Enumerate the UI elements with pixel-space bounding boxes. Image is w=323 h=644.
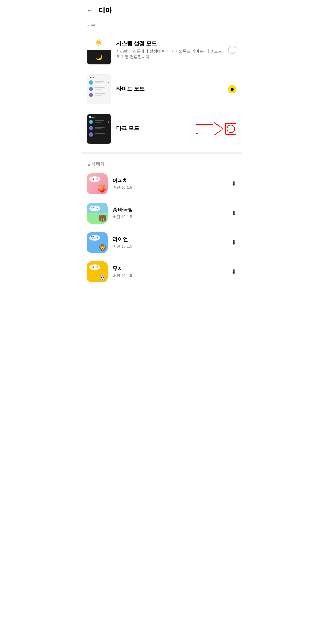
muji-emoji: 🐰 xyxy=(98,273,107,281)
dark-dot-1 xyxy=(108,121,109,123)
light-line-1b xyxy=(95,82,101,83)
hideseek-info: 숨바꼭질 버전 10.1.5 xyxy=(113,206,227,220)
light-row-3 xyxy=(89,93,109,97)
ryan-version: 버전 10.1.5 xyxy=(113,244,227,249)
page-title: 테마 xyxy=(99,6,112,15)
light-line-2a xyxy=(95,87,105,88)
light-avatar-1 xyxy=(89,80,93,85)
ryan-theme-item[interactable]: TALK 🦁 라이언 버전 10.1.5 ⬇ xyxy=(81,228,242,257)
dark-row-1 xyxy=(89,120,109,124)
dark-line-1b xyxy=(95,122,101,123)
moon-icon: 🌙 xyxy=(96,54,102,61)
system-mode-radio[interactable] xyxy=(228,46,236,54)
header: ← 테마 xyxy=(81,0,242,20)
light-line-3a xyxy=(95,93,106,94)
hideseek-emoji: 🐻 xyxy=(98,215,107,222)
hideseek-name: 숨바꼭질 xyxy=(113,206,227,213)
apeach-download-icon[interactable]: ⬇ xyxy=(231,180,236,187)
dark-radio-highlight-box xyxy=(225,123,236,135)
apeach-icon: TALK 🍑 xyxy=(87,173,108,194)
system-preview: ☀️ 🌙 xyxy=(87,35,111,65)
dark-mode-radio-area xyxy=(196,122,236,135)
apeach-version: 버전 10.1.5 xyxy=(113,185,227,190)
dark-mode-option[interactable]: Chats xyxy=(81,109,242,149)
light-lines-2 xyxy=(95,87,109,90)
light-avatar-2 xyxy=(89,87,93,91)
muji-icon: TALK 🐰 xyxy=(87,261,108,282)
dark-mode-name: 다크 모드 xyxy=(116,125,192,132)
ryan-name: 라이언 xyxy=(113,236,227,243)
light-lines-1 xyxy=(95,81,106,84)
muji-theme-item[interactable]: TALK 🐰 무지 버전 10.1.5 ⬇ xyxy=(81,257,242,286)
apeach-emoji: 🍑 xyxy=(98,185,107,193)
light-line-1a xyxy=(95,81,104,82)
ryan-talk-label: TALK xyxy=(89,235,101,241)
light-preview: Chats xyxy=(87,74,111,104)
system-mode-option[interactable]: ☀️ 🌙 시스템 설정 모드 시스템 디스플레이 설정에 따라 카카오톡도 라이… xyxy=(81,30,242,70)
light-chats-label: Chats xyxy=(89,76,109,79)
system-mode-name: 시스템 설정 모드 xyxy=(116,40,223,47)
ryan-info: 라이언 버전 10.1.5 xyxy=(113,236,227,249)
dark-preview-content: Chats xyxy=(87,114,111,144)
svg-marker-3 xyxy=(196,123,223,135)
light-lines-3 xyxy=(95,93,109,96)
light-row-2 xyxy=(89,87,109,91)
muji-info: 무지 버전 10.1.5 xyxy=(113,265,227,278)
light-mode-info: 라이트 모드 xyxy=(116,85,223,93)
official-section-label: 공식 테마 xyxy=(81,157,242,169)
hideseek-icon: TALK 🐻 xyxy=(87,203,108,224)
hideseek-version: 버전 10.1.5 xyxy=(113,214,227,220)
light-line-2b xyxy=(95,89,102,90)
hideseek-talk-label: TALK xyxy=(89,206,101,211)
ryan-emoji: 🦁 xyxy=(98,244,107,252)
light-dot-1 xyxy=(108,82,109,83)
ryan-icon: TALK 🦁 xyxy=(87,232,108,253)
dark-lines-3 xyxy=(95,133,109,136)
dark-avatar-1 xyxy=(89,120,93,124)
back-button[interactable]: ← xyxy=(87,6,94,15)
dark-lines-2 xyxy=(95,127,109,130)
section-divider xyxy=(81,152,242,154)
dark-lines-1 xyxy=(95,120,106,123)
light-mode-name: 라이트 모드 xyxy=(116,85,223,92)
muji-name: 무지 xyxy=(113,265,227,272)
muji-version: 버전 10.1.5 xyxy=(113,273,227,278)
dark-mode-radio[interactable] xyxy=(227,125,235,133)
light-preview-content: Chats xyxy=(87,75,111,104)
system-mode-desc: 시스템 디스플레이 설정에 따라 카카오톡도 라이트/ 다크 모드로 자동 전환… xyxy=(116,48,223,60)
light-avatar-3 xyxy=(89,93,93,97)
dark-avatar-3 xyxy=(89,132,93,137)
system-preview-light: ☀️ xyxy=(87,35,111,50)
apeach-talk-label: TALK xyxy=(89,176,101,182)
muji-talk-label: TALK xyxy=(89,264,101,270)
apeach-info: 어피치 버전 10.1.5 xyxy=(113,177,227,190)
hideseek-theme-item[interactable]: TALK 🐻 숨바꼭질 버전 10.1.5 ⬇ xyxy=(81,198,242,228)
dark-mode-info: 다크 모드 xyxy=(116,125,192,133)
system-preview-dark: 🌙 xyxy=(87,50,111,64)
apeach-name: 어피치 xyxy=(113,177,227,184)
hideseek-download-icon[interactable]: ⬇ xyxy=(231,209,236,217)
red-arrow-icon xyxy=(196,122,223,135)
sun-icon: ☀️ xyxy=(95,39,103,46)
dark-line-1a xyxy=(95,120,104,121)
muji-download-icon[interactable]: ⬇ xyxy=(231,268,236,275)
light-row-1 xyxy=(89,80,109,85)
dark-row-3 xyxy=(89,132,109,137)
dark-row-2 xyxy=(89,126,109,130)
apeach-theme-item[interactable]: TALK 🍑 어피치 버전 10.1.5 ⬇ xyxy=(81,169,242,198)
light-line-3b xyxy=(95,95,103,96)
dark-chats-label: Chats xyxy=(89,116,109,118)
ryan-download-icon[interactable]: ⬇ xyxy=(231,239,236,246)
dark-line-3a xyxy=(95,133,106,134)
dark-avatar-2 xyxy=(89,126,93,130)
dark-line-2a xyxy=(95,127,105,128)
light-mode-option[interactable]: Chats xyxy=(81,70,242,109)
light-mode-radio[interactable] xyxy=(228,85,236,93)
dark-preview: Chats xyxy=(87,114,111,144)
dark-line-2b xyxy=(95,128,102,129)
basic-section-label: 기본 xyxy=(81,20,242,30)
dark-line-3b xyxy=(95,135,103,135)
system-mode-info: 시스템 설정 모드 시스템 디스플레이 설정에 따라 카카오톡도 라이트/ 다크… xyxy=(116,40,223,60)
